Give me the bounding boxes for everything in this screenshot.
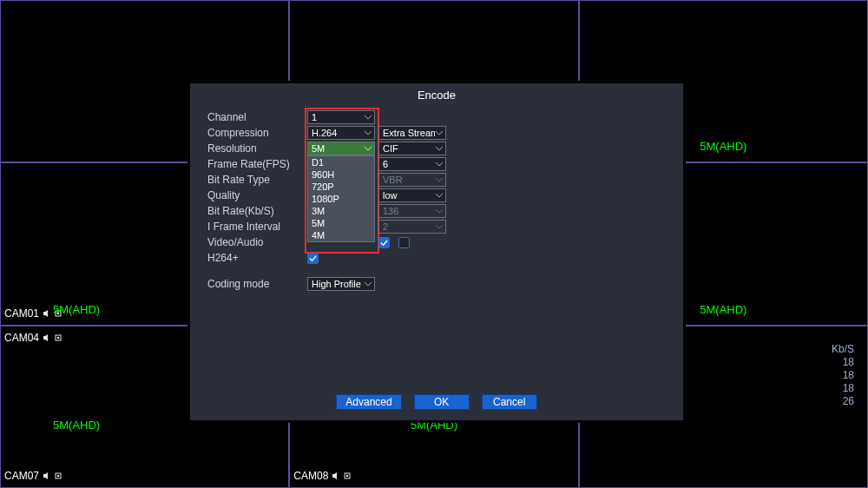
resolution-option[interactable]: 4M — [308, 229, 374, 241]
bitrate-stats: Kb/S 18 18 18 26 — [832, 343, 854, 408]
resolution-option[interactable]: D1 — [308, 156, 374, 168]
chevron-down-icon — [435, 191, 444, 200]
chevron-down-icon — [435, 129, 444, 137]
encode-form: Channel 1 Compression H.264 Extra Stream — [207, 109, 666, 292]
cam-name: CAM07 — [4, 470, 39, 482]
chevron-down-icon — [364, 280, 372, 288]
iframe-select-extra[interactable]: 2 — [378, 220, 446, 234]
chevron-down-icon — [364, 113, 372, 122]
compression-select[interactable]: H.264 — [307, 126, 375, 140]
resolution-option[interactable]: 3M — [308, 205, 374, 217]
chevron-down-icon — [364, 129, 372, 137]
label-fps: Frame Rate(FPS) — [207, 158, 307, 170]
label-quality: Quality — [207, 189, 307, 201]
quality-select-extra[interactable]: low — [378, 188, 446, 202]
label-channel: Channel — [207, 111, 307, 123]
brtype-select-extra[interactable]: VBR — [378, 173, 446, 187]
chevron-down-icon — [435, 222, 444, 231]
dialog-buttons: Advanced OK Cancel — [190, 394, 683, 410]
advanced-button[interactable]: Advanced — [336, 394, 401, 410]
dialog-title: Encode — [190, 83, 683, 110]
chevron-down-icon — [435, 175, 444, 184]
stats-row: 26 — [832, 395, 854, 408]
label-coding-mode: Coding mode — [207, 278, 307, 290]
camera-icon — [55, 333, 63, 342]
fps-select-extra[interactable]: 6 — [378, 157, 446, 171]
resolution-label: 5M(AHD) — [700, 303, 746, 316]
svg-point-5 — [57, 475, 60, 478]
cam-name: CAM01 — [4, 307, 39, 320]
chevron-down-icon — [435, 144, 444, 153]
h264plus-checkbox[interactable] — [307, 253, 319, 264]
audio-icon — [43, 333, 51, 342]
stats-row: 18 — [832, 356, 854, 369]
resolution-dropdown-list: D1 960H 720P 1080P 3M 5M 4M — [307, 155, 375, 242]
va-extra-video-checkbox[interactable] — [378, 237, 390, 248]
resolution-option[interactable]: 720P — [308, 181, 374, 193]
resolution-select-main[interactable]: 5M — [307, 142, 375, 155]
encode-dialog: Encode Channel 1 Compression H.264 — [189, 82, 684, 421]
coding-mode-select[interactable]: High Profile — [307, 277, 375, 291]
label-h264plus: H264+ — [207, 252, 307, 264]
resolution-label: 5M(AHD) — [53, 419, 100, 432]
label-iframe: I Frame Interval — [207, 221, 307, 233]
cam-name: CAM04 — [4, 332, 39, 344]
chevron-down-icon — [435, 207, 444, 215]
stats-row: 18 — [832, 382, 854, 395]
cancel-button[interactable]: Cancel — [482, 394, 537, 410]
resolution-option[interactable]: 5M — [308, 217, 374, 229]
bitrate-select-extra[interactable]: 136 — [378, 204, 446, 218]
svg-point-3 — [57, 336, 60, 339]
audio-icon — [43, 309, 51, 318]
resolution-option[interactable]: 960H — [308, 168, 374, 181]
label-bitrate: Bit Rate(Kb/S) — [207, 205, 307, 217]
va-extra-audio-checkbox[interactable] — [398, 237, 410, 248]
camera-icon — [55, 472, 63, 480]
chevron-down-icon — [435, 160, 444, 168]
audio-icon — [332, 472, 340, 480]
label-video-audio: Video/Audio — [207, 236, 307, 248]
resolution-label: 5M(AHD) — [53, 303, 100, 316]
cam-name: CAM08 — [293, 470, 328, 482]
audio-icon — [43, 472, 51, 480]
stats-header: Kb/S — [832, 343, 854, 356]
resolution-select-extra[interactable]: CIF — [378, 142, 446, 155]
resolution-label: 5M(AHD) — [700, 140, 746, 153]
chevron-down-icon — [364, 144, 372, 153]
ok-button[interactable]: OK — [414, 394, 470, 410]
camera-icon — [344, 472, 352, 480]
label-compression: Compression — [207, 127, 307, 139]
resolution-option[interactable]: 1080P — [308, 193, 374, 205]
label-resolution: Resolution — [207, 142, 307, 155]
label-brtype: Bit Rate Type — [207, 174, 307, 186]
svg-point-7 — [346, 475, 349, 478]
channel-select[interactable]: 1 — [307, 110, 375, 124]
extra-stream-select[interactable]: Extra Stream — [378, 126, 446, 140]
stats-row: 18 — [832, 369, 854, 382]
